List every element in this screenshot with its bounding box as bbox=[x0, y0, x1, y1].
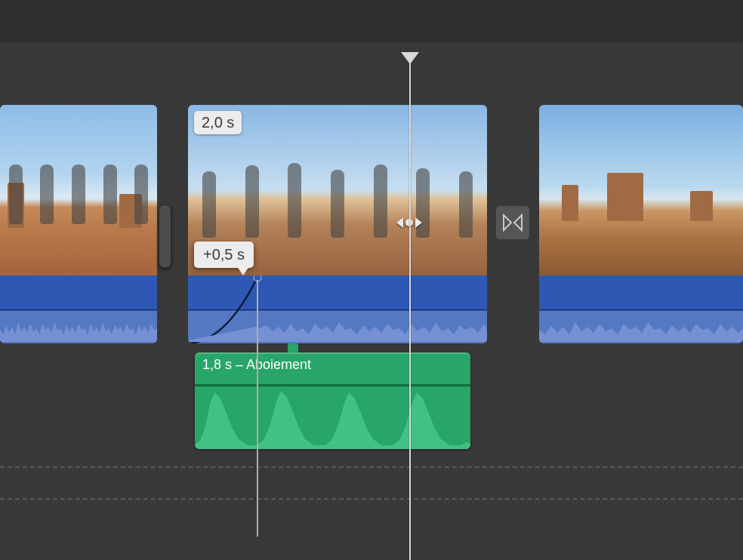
audio-clip-label: 1,8 s – Aboiement bbox=[202, 357, 311, 373]
video-clip-3[interactable] bbox=[539, 105, 743, 343]
timeline[interactable]: 2,0 s 1,8 s bbox=[0, 42, 743, 560]
timeline-toolbar bbox=[0, 0, 743, 42]
track-guide-line bbox=[0, 466, 743, 468]
clip-thumbnail bbox=[0, 105, 157, 275]
skimmer-handle[interactable] bbox=[395, 215, 424, 230]
secondary-audio-clip[interactable]: 1,8 s – Aboiement bbox=[195, 352, 470, 449]
audio-waveform bbox=[195, 385, 470, 449]
clip-edge-handle[interactable] bbox=[159, 205, 171, 268]
transition-icon[interactable] bbox=[495, 205, 530, 240]
video-clip-2[interactable]: 2,0 s bbox=[188, 105, 487, 343]
clip-audio-waveform[interactable] bbox=[539, 275, 743, 343]
fade-offset-tooltip: +0,5 s bbox=[194, 242, 254, 268]
fade-in-handle[interactable] bbox=[254, 275, 262, 282]
crossfade-icon bbox=[502, 212, 523, 233]
clip-thumbnail bbox=[539, 105, 743, 275]
track-guide-line bbox=[0, 498, 743, 500]
clip-audio-waveform[interactable] bbox=[188, 275, 487, 343]
video-clip-1[interactable] bbox=[0, 105, 157, 343]
clip-duration-badge: 2,0 s bbox=[194, 111, 242, 134]
clip-audio-waveform[interactable] bbox=[0, 275, 157, 343]
